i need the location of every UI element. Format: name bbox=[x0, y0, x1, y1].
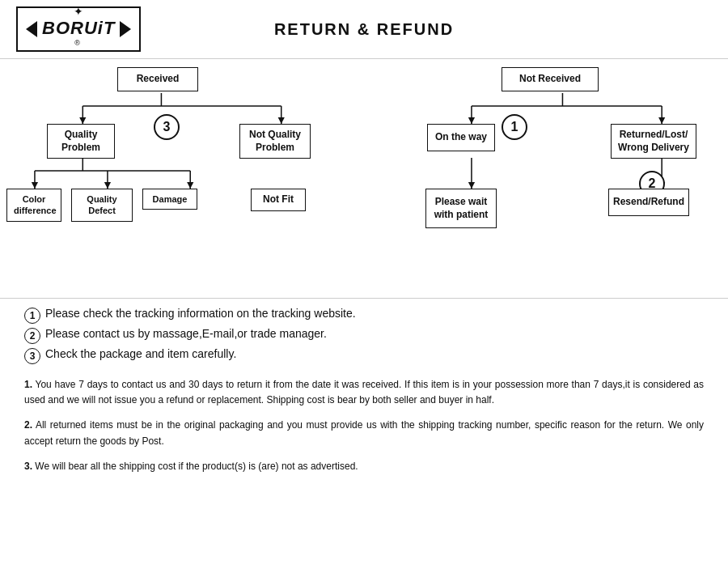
rule-item: 3. We will bear all the shipping cost if… bbox=[24, 459, 704, 474]
svg-marker-18 bbox=[468, 117, 475, 124]
damage-box: Damage bbox=[142, 189, 197, 210]
logo-star: ✦ bbox=[74, 5, 83, 18]
not-received-box: Not Received bbox=[502, 67, 599, 91]
resend-refund-box: Resend/Refund bbox=[608, 189, 689, 216]
flowchart: Received 3 QualityProblem Not QualityPro… bbox=[0, 59, 728, 294]
svg-marker-11 bbox=[32, 182, 38, 189]
notes-section: 1 Please check the tracking information … bbox=[0, 298, 728, 364]
svg-marker-12 bbox=[104, 182, 111, 189]
rule-number: 3. bbox=[24, 461, 32, 472]
note-item: 1 Please check the tracking information … bbox=[24, 307, 704, 324]
logo-arrow-left-icon bbox=[26, 21, 37, 37]
note-text: Please check the tracking information on… bbox=[45, 307, 356, 320]
header: ✦ BORUiT ® RETURN & REFUND bbox=[0, 0, 728, 59]
quality-defect-box: QualityDefect bbox=[71, 189, 133, 222]
svg-marker-5 bbox=[278, 117, 285, 124]
note-text: Please contact us by massage,E-mail,or t… bbox=[45, 327, 327, 340]
returned-lost-box: Returned/Lost/Wrong Delivery bbox=[611, 124, 696, 159]
page-title: RETURN & REFUND bbox=[274, 20, 454, 39]
note-text: Check the package and item carefully. bbox=[45, 347, 236, 360]
not-fit-box: Not Fit bbox=[251, 189, 306, 211]
rule-item: 1. You have 7 days to contact us and 30 … bbox=[24, 377, 704, 408]
logo-area: ✦ BORUiT ® bbox=[16, 6, 162, 52]
svg-marker-4 bbox=[79, 117, 86, 124]
logo-arrow-right-icon bbox=[120, 21, 131, 37]
note-item: 2 Please contact us by massage,E-mail,or… bbox=[24, 327, 704, 344]
circle-3-badge: 3 bbox=[154, 114, 180, 140]
svg-marker-21 bbox=[468, 182, 475, 189]
logo-text: BORUiT bbox=[42, 18, 115, 39]
color-difference-box: Colordifference bbox=[6, 189, 61, 222]
not-quality-problem-box: Not QualityProblem bbox=[239, 124, 311, 159]
received-box: Received bbox=[117, 67, 198, 91]
note-circle: 3 bbox=[24, 348, 40, 364]
note-item: 3 Check the package and item carefully. bbox=[24, 347, 704, 364]
please-wait-box: Please waitwith patient bbox=[425, 189, 497, 228]
on-the-way-box: On the way bbox=[427, 124, 495, 151]
rule-number: 1. bbox=[24, 379, 32, 390]
logo-box: ✦ BORUiT ® bbox=[16, 6, 141, 52]
flowchart-lines bbox=[0, 59, 728, 294]
rule-number: 2. bbox=[24, 419, 32, 431]
quality-problem-box: QualityProblem bbox=[47, 124, 115, 159]
note-circle: 2 bbox=[24, 328, 40, 344]
note-circle: 1 bbox=[24, 308, 40, 324]
svg-marker-13 bbox=[187, 182, 193, 189]
rules-section: 1. You have 7 days to contact us and 30 … bbox=[0, 369, 728, 492]
logo-reg: ® bbox=[74, 39, 83, 47]
circle-1-badge: 1 bbox=[502, 114, 527, 140]
svg-marker-19 bbox=[658, 117, 665, 124]
rule-item: 2. All returned items must be in the ori… bbox=[24, 418, 704, 448]
